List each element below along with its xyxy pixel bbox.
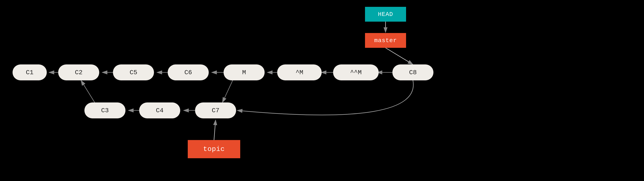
node-c7: C7	[195, 102, 236, 118]
node-c8: C8	[392, 64, 434, 80]
label-head: HEAD	[365, 7, 406, 22]
node-c3: C3	[84, 102, 126, 118]
node-c4: C4	[139, 102, 180, 118]
svg-line-14	[214, 120, 216, 140]
svg-line-11	[81, 80, 95, 102]
node-m: M	[224, 64, 265, 80]
node-c1: C1	[12, 64, 47, 80]
node-c6: C6	[168, 64, 209, 80]
label-topic: topic	[188, 140, 240, 158]
label-master: master	[365, 33, 406, 48]
arrows-svg	[0, 0, 644, 181]
node-c5: C5	[113, 64, 154, 80]
svg-line-13	[386, 48, 413, 64]
node-hm: ^M	[277, 64, 322, 80]
diagram-container: C1 C2 C5 C6 M ^M ^^M C8 C3 C4 C7 HEAD ma…	[0, 0, 644, 181]
node-hhm: ^^M	[333, 64, 379, 80]
node-c2: C2	[58, 64, 99, 80]
svg-line-8	[222, 80, 233, 102]
